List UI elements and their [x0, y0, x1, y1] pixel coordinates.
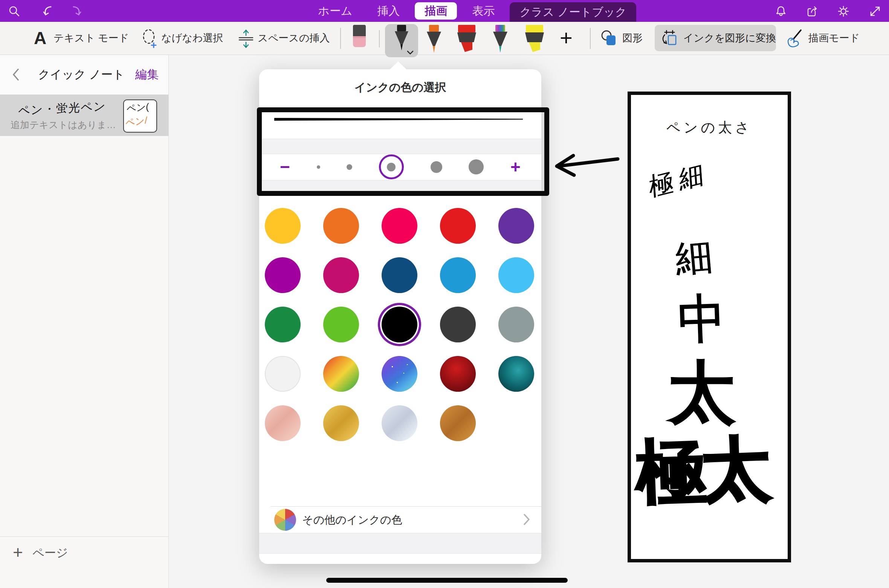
notifications-bell-icon[interactable]: [774, 5, 787, 18]
yellow-highlighter-tool[interactable]: [524, 25, 545, 53]
ink-color-swatch[interactable]: [440, 208, 476, 244]
shapes-label: 図形: [622, 22, 643, 55]
page-list-item-selected[interactable]: ペン・蛍光ペン 追加テキストはありま… ペン( ペン/: [0, 95, 168, 136]
black-pen-tool-selected[interactable]: [385, 24, 418, 57]
undo-icon[interactable]: [41, 5, 54, 18]
ink-color-swatch[interactable]: [382, 356, 417, 392]
popup-title: インクの色の選択: [259, 80, 541, 95]
ribbon-divider: [379, 30, 380, 47]
add-page-label: ページ: [32, 537, 68, 569]
ink-color-swatch[interactable]: [440, 356, 476, 392]
black-pen-icon: [391, 25, 412, 51]
pen-thickness-title: ペンの太さ: [631, 118, 788, 137]
pen-thickness-note-box: ペンの太さ 極細 細 中 太 極太: [628, 92, 791, 562]
eraser-tool[interactable]: [351, 25, 368, 48]
annotation-arrow: [545, 151, 621, 179]
chevron-down-icon: [407, 50, 414, 55]
add-pen-button[interactable]: +: [560, 22, 573, 55]
ink-color-swatch[interactable]: [440, 405, 476, 441]
notebook-title: クイック ノート: [30, 55, 133, 95]
redo-icon[interactable]: [70, 5, 83, 18]
ink-color-swatch[interactable]: [498, 307, 534, 342]
ink-color-swatch[interactable]: [382, 257, 417, 293]
ink-color-swatch[interactable]: [265, 208, 301, 244]
tab-insert[interactable]: 挿入: [367, 2, 409, 20]
thumbnail-ink-line: ペン/: [125, 114, 147, 129]
ink-color-swatch[interactable]: [323, 356, 359, 392]
ink-color-swatch[interactable]: [498, 356, 534, 392]
ink-color-swatch[interactable]: [323, 257, 359, 293]
ink-color-grid: [265, 208, 534, 441]
insert-space-icon: [237, 29, 255, 48]
ink-color-swatch[interactable]: [440, 307, 476, 342]
ink-color-swatch[interactable]: [265, 356, 301, 392]
handwriting-sample-extra-fine: 極細: [648, 160, 710, 200]
lasso-label: なげなわ選択: [161, 22, 223, 55]
annotation-box-around-size-picker: [257, 107, 549, 196]
more-ink-colors-row[interactable]: その他のインクの色: [259, 507, 541, 533]
popup-band: [259, 533, 541, 554]
handwriting-sample-medium: 中: [677, 292, 726, 346]
ribbon-tabs: ホーム 挿入 描画 表示 クラス ノートブック: [308, 0, 636, 22]
page-list-sidebar: クイック ノート 編集 ペン・蛍光ペン 追加テキストはありま… ペン( ペン/ …: [0, 55, 169, 588]
ink-color-swatch[interactable]: [323, 405, 359, 441]
search-icon[interactable]: [8, 5, 21, 18]
tab-view[interactable]: 表示: [462, 2, 504, 20]
insert-space-label: スペースの挿入: [258, 22, 330, 55]
ink-to-shape-icon: [661, 29, 678, 47]
ink-color-swatch[interactable]: [265, 257, 301, 293]
ink-color-swatch-selected[interactable]: [382, 307, 417, 342]
tab-draw[interactable]: 描画: [415, 2, 457, 20]
text-mode-label: テキスト モード: [53, 22, 129, 55]
red-marker-tool[interactable]: [456, 25, 478, 53]
thumbnail-ink-line: ペン(: [127, 100, 149, 115]
handwriting-sample-thick: 太: [668, 359, 736, 426]
shapes-icon: [600, 29, 619, 47]
ink-color-swatch[interactable]: [382, 405, 417, 441]
top-app-bar: ホーム 挿入 描画 表示 クラス ノートブック: [0, 0, 889, 22]
plus-icon: +: [13, 537, 23, 569]
ink-to-shape-label: インクを図形に変換: [683, 31, 776, 45]
ribbon-divider: [590, 28, 591, 49]
draw-mode-label: 描画モード: [808, 22, 860, 55]
ink-color-swatch[interactable]: [498, 208, 534, 244]
handwriting-sample-fine: 細: [674, 237, 714, 277]
page-thumbnail: ペン( ペン/: [123, 99, 157, 133]
ink-color-swatch[interactable]: [323, 307, 359, 342]
edit-button[interactable]: 編集: [135, 55, 159, 95]
share-icon[interactable]: [806, 5, 819, 18]
draw-mode-hand-icon: [785, 29, 805, 47]
sidebar-header: クイック ノート 編集: [0, 55, 168, 95]
add-page-button[interactable]: + ページ: [0, 537, 168, 569]
back-chevron-icon[interactable]: [12, 69, 20, 81]
ink-color-swatch[interactable]: [265, 307, 301, 342]
ink-color-swatch[interactable]: [323, 208, 359, 244]
handwriting-sample-extra-thick: 極太: [635, 434, 768, 508]
draw-ribbon: A テキスト モード なげなわ選択 スペースの挿入: [0, 22, 889, 55]
fullscreen-expand-icon[interactable]: [869, 5, 881, 18]
page-subtitle: 追加テキストはありま…: [11, 119, 116, 131]
ink-to-shape-button[interactable]: インクを図形に変換: [655, 25, 776, 51]
chevron-right-icon: [523, 513, 530, 525]
page-title: ペン・蛍光ペン: [18, 98, 107, 119]
annotation-thick-underline: [326, 578, 568, 583]
orange-pen-tool[interactable]: [424, 25, 444, 55]
ink-color-swatch[interactable]: [498, 257, 534, 293]
text-mode-a-icon: A: [34, 22, 46, 55]
rainbow-pen-tool[interactable]: [490, 25, 510, 55]
popup-pointer-triangle: [390, 61, 407, 70]
more-ink-colors-label: その他のインクの色: [302, 507, 402, 533]
settings-gear-icon[interactable]: [837, 5, 850, 18]
ink-color-swatch[interactable]: [440, 257, 476, 293]
lasso-icon: [140, 29, 157, 48]
tab-home[interactable]: ホーム: [308, 2, 362, 20]
ink-color-swatch[interactable]: [265, 405, 301, 441]
ink-color-swatch[interactable]: [382, 208, 417, 244]
ribbon-divider: [340, 28, 341, 49]
color-wheel-icon: [274, 509, 296, 531]
tab-class-notebook[interactable]: クラス ノートブック: [510, 2, 636, 22]
